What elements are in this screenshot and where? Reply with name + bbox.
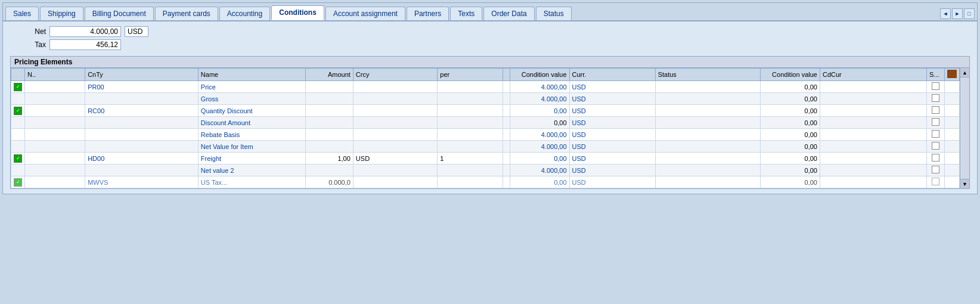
row-extra	[945, 129, 960, 141]
tab-accounting[interactable]: Accounting	[219, 7, 270, 20]
row-s-checkbox[interactable]	[932, 118, 939, 126]
row-spacer	[503, 129, 510, 141]
pricing-section: Pricing Elements N.. CnTy Name Amount Cr…	[10, 56, 970, 189]
row-s-checkbox[interactable]	[932, 106, 939, 114]
row-cdcur	[820, 105, 926, 117]
row-spacer	[503, 117, 510, 129]
tab-nav-prev[interactable]: ◄	[940, 8, 951, 19]
table-row: ✓ RC00 Quantity Discount 0,00 USD	[11, 105, 960, 117]
row-name[interactable]: US Tax...	[198, 176, 305, 188]
row-name[interactable]: Net value 2	[198, 165, 305, 176]
row-nn	[25, 153, 85, 165]
net-currency-input[interactable]	[125, 26, 148, 37]
col-s: S...	[927, 69, 945, 81]
tab-conditions[interactable]: Conditions	[271, 5, 324, 20]
row-per	[438, 141, 503, 153]
row-name[interactable]: Freight	[198, 153, 305, 165]
row-s-checkbox[interactable]	[932, 166, 939, 173]
tab-shipping[interactable]: Shipping	[40, 7, 83, 20]
row-cond-value2: 0,00	[760, 105, 820, 117]
row-cnty	[85, 93, 199, 105]
tab-billing-document[interactable]: Billing Document	[85, 7, 154, 20]
row-name[interactable]: Gross	[198, 93, 305, 105]
row-status	[655, 129, 760, 141]
row-extra	[945, 165, 960, 176]
row-s-checkbox[interactable]	[932, 178, 939, 185]
row-selector-cell: ✓	[11, 105, 25, 117]
row-spacer	[503, 93, 510, 105]
row-name[interactable]: Price	[198, 81, 305, 93]
row-cond-value2: 0,00	[760, 117, 820, 129]
row-s-checkbox[interactable]	[932, 82, 939, 90]
row-crcy	[353, 129, 437, 141]
tax-label: Tax	[22, 41, 46, 49]
scroll-up-button[interactable]: ▲	[960, 68, 969, 77]
row-cdcur	[820, 129, 926, 141]
row-cond-value: 0,00	[510, 117, 569, 129]
row-name[interactable]: Quantity Discount	[198, 105, 305, 117]
row-crcy	[353, 176, 437, 188]
row-spacer	[503, 165, 510, 176]
row-per	[438, 105, 503, 117]
tab-order-data[interactable]: Order Data	[483, 7, 534, 20]
row-curr: USD	[569, 93, 655, 105]
row-s-checkbox[interactable]	[932, 130, 939, 138]
tab-account-assignment[interactable]: Account assignment	[325, 7, 405, 20]
tab-texts[interactable]: Texts	[450, 7, 482, 20]
row-amount	[305, 117, 353, 129]
row-selector-cell	[11, 117, 25, 129]
row-crcy	[353, 165, 437, 176]
content-area: Net Tax Pricing Elements	[3, 21, 977, 194]
row-s-cell	[927, 165, 945, 176]
row-name[interactable]: Discount Amount	[198, 117, 305, 129]
tab-payment-cards[interactable]: Payment cards	[155, 7, 218, 20]
tab-sales[interactable]: Sales	[5, 7, 39, 20]
col-curr: Curr.	[569, 69, 655, 81]
col-amount: Amount	[305, 69, 353, 81]
row-curr: USD	[569, 141, 655, 153]
row-crcy	[353, 81, 437, 93]
row-checkbox-green[interactable]: ✓	[14, 154, 22, 163]
row-curr: USD	[569, 176, 655, 188]
row-cond-value: 4.000,00	[510, 165, 569, 176]
row-cond-value2: 0,00	[760, 141, 820, 153]
row-s-checkbox[interactable]	[932, 142, 939, 150]
col-cdcur: CdCur	[820, 69, 926, 81]
row-cond-value: 0,00	[510, 176, 569, 188]
row-cnty: HD00	[85, 153, 199, 165]
row-amount: 1,00	[305, 153, 353, 165]
row-s-checkbox[interactable]	[932, 154, 939, 162]
row-name[interactable]: Net Value for Item	[198, 141, 305, 153]
row-cdcur	[820, 165, 926, 176]
row-cnty: RC00	[85, 105, 199, 117]
row-extra	[945, 176, 960, 188]
tax-value-input[interactable]	[49, 39, 121, 50]
row-name[interactable]: Rebate Basis	[198, 129, 305, 141]
col-selector	[11, 69, 25, 81]
row-amount	[305, 93, 353, 105]
vertical-scrollbar[interactable]: ▲ ▼	[960, 68, 969, 188]
row-checkbox-green[interactable]: ✓	[14, 83, 22, 91]
table-row: Discount Amount 0,00 USD 0,00	[11, 117, 960, 129]
row-s-cell	[927, 117, 945, 129]
row-s-checkbox[interactable]	[932, 94, 939, 102]
row-checkbox-green[interactable]: ✓	[14, 178, 22, 187]
row-cdcur	[820, 141, 926, 153]
net-value-input[interactable]	[49, 26, 121, 37]
grid-settings-icon[interactable]	[947, 70, 957, 78]
row-status	[655, 81, 760, 93]
form-section: Net Tax	[10, 26, 970, 50]
col-cnty: CnTy	[85, 69, 199, 81]
row-amount	[305, 165, 353, 176]
scroll-down-button[interactable]: ▼	[960, 179, 969, 188]
row-status	[655, 141, 760, 153]
tab-partners[interactable]: Partners	[407, 7, 449, 20]
tab-nav-close[interactable]: □	[964, 8, 975, 19]
row-checkbox-green[interactable]: ✓	[14, 107, 22, 115]
row-s-cell	[927, 153, 945, 165]
tab-status[interactable]: Status	[536, 7, 572, 20]
table-header-row: N.. CnTy Name Amount Crcy per Condition …	[11, 69, 960, 81]
row-per	[438, 117, 503, 129]
tab-nav-next[interactable]: ►	[952, 8, 963, 19]
row-amount	[305, 129, 353, 141]
